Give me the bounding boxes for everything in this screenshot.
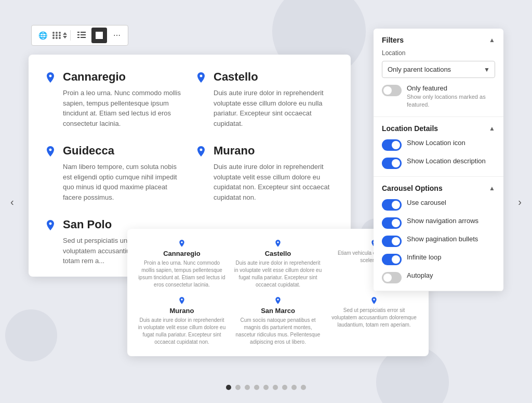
carousel-options-header[interactable]: Carousel Options ▲ [382,184,495,192]
location-name: Murano [214,144,335,158]
svg-rect-4 [77,37,79,38]
chevron-up-icon: ▲ [489,36,495,44]
show-desc-toggle[interactable] [382,158,402,169]
carousel-item-name: San Marco [234,307,322,315]
location-name: Castello [214,70,335,84]
use-carousel-toggle[interactable] [382,199,402,211]
toggle-slider [382,272,402,283]
show-desc-label: Show Location description [407,157,486,165]
list-item: Murano Duis aute irure dolor in reprehen… [195,144,335,202]
block-button[interactable] [91,28,107,43]
carousel-item: Castello Duis aute irure dolor in repreh… [234,239,322,289]
globe-button[interactable]: 🌐 [35,28,50,43]
carousel-item-desc: Duis aute irure dolor in reprehenderit i… [234,259,322,289]
carousel-item-desc: Sed ut perspiciatis error sit voluptatem… [330,307,418,329]
pagination-dot-5[interactable] [263,385,269,390]
pagination-dot-1[interactable] [226,385,231,390]
carousel-item-name: Castello [234,250,322,257]
carousel-item-desc: Cum sociis natoque penatibus et magnis d… [234,317,322,346]
carousel-item-desc: Proin a leo urna. Nunc commodo mollis sa… [138,259,226,289]
toggle-slider [382,217,402,229]
dots-grid [52,32,61,39]
list-item: Castello Duis aute irure dolor in repreh… [195,70,335,128]
location-pin-icon [44,219,57,233]
chevron-up-icon: ▲ [489,125,495,132]
pagination-row: Show pagination bullets [382,235,495,247]
chevron-up-icon: ▲ [489,185,495,192]
location-description: Nam libero tempore, cum soluta nobis est… [63,162,184,202]
pagination-dot-9[interactable] [301,385,306,390]
only-featured-toggle[interactable] [382,85,402,96]
carousel-options-section: Carousel Options ▲ Use carousel Show nav… [374,177,503,291]
infinite-toggle[interactable] [382,254,402,265]
list-button[interactable] [74,28,89,43]
show-desc-row: Show Location description [382,157,495,169]
carousel-item: Sed ut perspiciatis error sit voluptatem… [330,296,418,346]
pagination-dot-3[interactable] [245,385,250,390]
svg-rect-2 [77,34,79,35]
more-button[interactable]: ⋯ [109,28,125,43]
location-info: Cannaregio Proin a leo urna. Nunc commod… [63,70,184,128]
svg-rect-5 [81,37,86,38]
pagination-dot-2[interactable] [235,385,241,390]
location-info: Murano Duis aute irure dolor in reprehen… [214,144,335,202]
location-info: Castello Duis aute irure dolor in repreh… [214,70,335,128]
location-description: Proin a leo urna. Nunc commodo mollis sa… [63,88,184,128]
pagination-toggle[interactable] [382,236,402,247]
carousel-item-name: Cannaregio [138,250,226,257]
toggle-slider [382,139,402,151]
autoplay-toggle[interactable] [382,272,402,283]
pagination-dot-7[interactable] [282,385,287,390]
carousel-item: Murano Duis aute irure dolor in reprehen… [138,296,226,346]
show-icon-toggle[interactable] [382,139,402,151]
location-select-wrapper: Only parent locations All locations Feat… [382,61,495,78]
nav-arrows-toggle[interactable] [382,217,402,229]
pagination-dot-8[interactable] [291,385,297,390]
infinite-label: Infinite loop [407,253,442,261]
svg-rect-3 [81,34,86,35]
svg-rect-0 [77,32,79,33]
only-featured-label-group: Only featured Show only locations marked… [407,84,495,109]
pagination-label: Show pagination bullets [407,235,478,243]
location-pin-icon [44,145,57,160]
toggle-slider [382,158,402,169]
location-details-header[interactable]: Location Details ▲ [382,124,495,133]
list-item: Guidecca Nam libero tempore, cum soluta … [44,144,184,202]
filters-title: Filters [382,36,404,44]
only-featured-sublabel: Show only locations marked as featured. [407,93,495,109]
use-carousel-label: Use carousel [407,199,446,206]
carousel-pin-icon [234,296,322,305]
location-select[interactable]: Only parent locations All locations Feat… [382,61,495,78]
show-icon-label: Show Location icon [407,139,466,147]
carousel-pin-icon [330,296,418,305]
toolbar: 🌐 [31,25,128,46]
filters-header[interactable]: Filters ▲ [382,36,495,44]
svg-rect-6 [96,32,103,39]
prev-arrow-button[interactable]: ‹ [10,196,14,207]
spinner-control[interactable] [63,32,67,38]
location-name: Guidecca [63,144,184,158]
toggle-slider [382,254,402,265]
carousel-item-name: Murano [138,307,226,315]
location-details-title: Location Details [382,124,438,133]
location-pin-icon [44,71,57,86]
carousel-item-desc: Duis aute irure dolor in reprehenderit i… [138,317,226,346]
pagination-dot-4[interactable] [254,385,259,390]
filters-section: Filters ▲ Location Only parent locations… [374,29,503,117]
autoplay-row: Autoplay [382,271,495,283]
pagination-dots [226,385,306,390]
pagination-dot-6[interactable] [273,385,278,390]
toolbar-divider [70,30,71,41]
autoplay-label: Autoplay [407,271,433,279]
filter-panel: Filters ▲ Location Only parent locations… [374,29,503,291]
carousel-pin-icon [138,239,226,248]
location-pin-icon [195,145,207,160]
svg-rect-1 [81,32,86,33]
location-pin-icon [195,71,207,86]
location-label: Location [382,49,495,57]
carousel-options-title: Carousel Options [382,184,443,192]
toggle-slider [382,199,402,211]
location-description: Duis aute irure dolor in reprehenderit v… [214,162,335,202]
carousel-item: San Marco Cum sociis natoque penatibus e… [234,296,322,346]
next-arrow-button[interactable]: › [518,196,522,207]
